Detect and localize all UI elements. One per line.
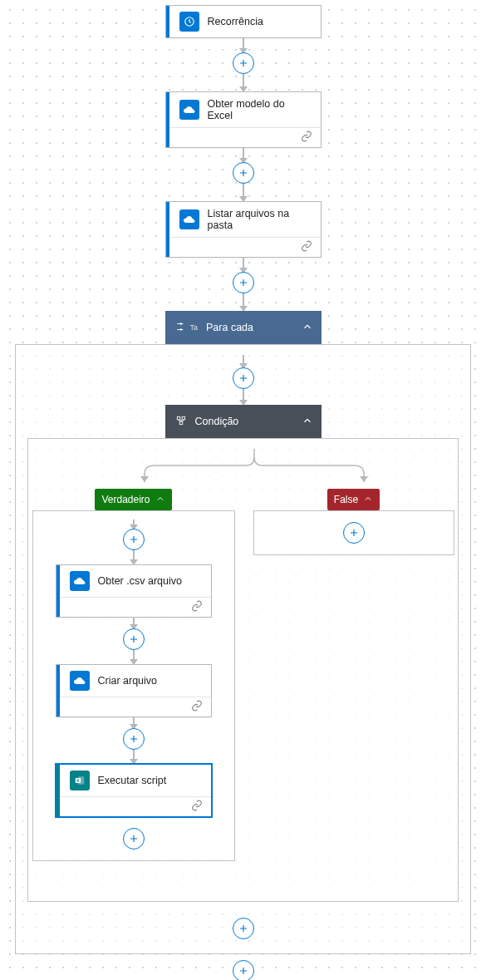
add-step-button[interactable] [123, 828, 145, 849]
control-icon [175, 321, 187, 335]
top-flow-column: Recorrência Obter modelo do Excel [0, 0, 486, 344]
clock-icon [179, 12, 199, 32]
add-step-button[interactable] [343, 522, 365, 544]
false-branch-label[interactable]: False [327, 489, 380, 510]
foreach-label: Para cada [206, 322, 253, 333]
connector [233, 38, 254, 91]
false-branch-box [253, 510, 454, 555]
add-step-button[interactable] [233, 918, 254, 939]
connector [123, 520, 145, 564]
condition-label: Condição [195, 416, 239, 427]
add-step-button[interactable] [233, 272, 254, 293]
onedrive-icon [70, 571, 90, 591]
step-label: Executar script [98, 775, 167, 786]
svg-rect-2 [182, 416, 185, 420]
onedrive-icon [179, 100, 199, 120]
step-create-file[interactable]: Criar arquivo [56, 664, 212, 717]
add-step-button[interactable] [233, 960, 254, 980]
condition-scope: Verdadeiro [27, 438, 459, 902]
true-branch-box: Obter .csv arquivo [32, 510, 235, 861]
connector [233, 258, 254, 311]
step-label: Criar arquivo [98, 675, 158, 687]
true-branch: Verdadeiro [32, 489, 235, 861]
chevron-up-icon [363, 494, 373, 506]
add-step-button[interactable] [233, 367, 254, 389]
trigger-label: Recorrência [208, 16, 263, 27]
connector [123, 618, 145, 664]
foreach-header[interactable]: Ta Para cada [165, 311, 322, 344]
add-step-button[interactable] [123, 529, 145, 550]
svg-rect-3 [179, 421, 183, 425]
chevron-up-icon [155, 494, 165, 506]
link-icon [191, 600, 203, 615]
true-branch-label[interactable]: Verdadeiro [95, 489, 171, 510]
step-run-script[interactable]: Executar script [56, 764, 212, 817]
branch-row: Verdadeiro [38, 489, 448, 861]
step-label: Obter .csv arquivo [98, 575, 182, 587]
add-step-button[interactable] [123, 628, 145, 650]
link-icon [301, 131, 312, 145]
connector [233, 355, 254, 405]
link-icon [301, 240, 312, 255]
condition-header[interactable]: Condição [165, 405, 322, 438]
add-step-button[interactable] [233, 52, 254, 74]
add-step-button[interactable] [233, 162, 254, 184]
onedrive-icon [179, 209, 199, 229]
svg-rect-1 [177, 416, 180, 420]
step-label: Obter modelo do Excel [208, 98, 312, 121]
branch-split [38, 449, 470, 489]
step-list-files[interactable]: Listar arquivos na pasta [165, 201, 322, 258]
flow-canvas: Recorrência Obter modelo do Excel [0, 0, 486, 980]
trigger-card[interactable]: Recorrência [165, 5, 322, 38]
step-get-excel-template[interactable]: Obter modelo do Excel [165, 91, 322, 148]
false-branch: False [253, 489, 454, 555]
link-icon [191, 700, 203, 715]
foreach-scope: Condição [15, 344, 471, 954]
excel-icon [70, 771, 90, 790]
condition-icon [175, 415, 187, 429]
onedrive-icon [70, 671, 90, 691]
link-icon [191, 800, 203, 815]
step-get-csv[interactable]: Obter .csv arquivo [56, 564, 212, 618]
chevron-up-icon [302, 321, 313, 335]
chevron-up-icon [302, 415, 313, 429]
step-label: Listar arquivos na pasta [208, 208, 312, 231]
control-prefix: Ta [190, 323, 199, 332]
connector [233, 148, 254, 201]
connector [123, 717, 145, 764]
add-step-button[interactable] [123, 728, 145, 750]
